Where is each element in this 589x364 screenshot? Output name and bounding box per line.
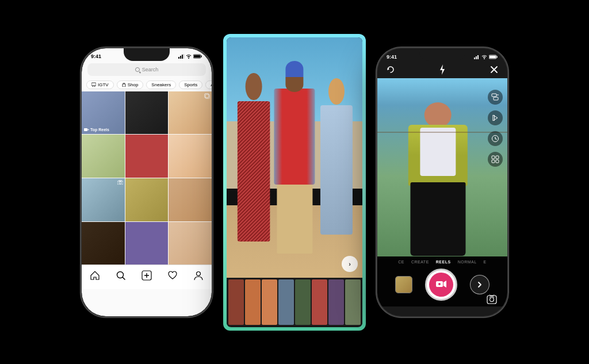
- thumb-6[interactable]: [312, 279, 327, 325]
- rotate-btn[interactable]: [384, 63, 397, 76]
- thumb-8[interactable]: [345, 279, 361, 325]
- camera-wifi-icon: [481, 55, 487, 59]
- add-icon: [141, 270, 152, 281]
- next-button[interactable]: ›: [342, 256, 358, 272]
- photo-grid: Top Reels: [82, 91, 212, 265]
- time-display: 9:41: [91, 53, 101, 59]
- mode-ce[interactable]: CE: [398, 260, 404, 264]
- shutter-button[interactable]: [425, 269, 457, 301]
- grid-cell-11[interactable]: [125, 222, 169, 265]
- notch: [124, 48, 170, 61]
- video-camera-icon: [84, 128, 89, 132]
- category-sports[interactable]: Sports: [179, 81, 202, 89]
- dancer-right: [318, 78, 355, 235]
- grid-cell-6[interactable]: [169, 135, 212, 178]
- countdown-btn[interactable]: [488, 131, 503, 146]
- svg-marker-35: [493, 115, 498, 121]
- reel-border-frame: ›: [223, 34, 366, 331]
- effects-btn[interactable]: [488, 152, 503, 167]
- category-shop[interactable]: Shop: [117, 81, 144, 89]
- close-btn[interactable]: [488, 63, 500, 76]
- svg-point-47: [490, 297, 494, 301]
- rotate-icon: [386, 65, 395, 74]
- search-nav-icon: [116, 270, 126, 281]
- grid-cell-7[interactable]: [82, 178, 125, 221]
- shutter-inner: [429, 273, 453, 297]
- mode-reels[interactable]: REELS: [436, 260, 451, 264]
- nav-search[interactable]: [115, 270, 127, 281]
- svg-marker-29: [388, 68, 389, 70]
- search-bar[interactable]: Search: [87, 63, 206, 76]
- thumb-4[interactable]: [278, 279, 294, 325]
- thumb-3[interactable]: [262, 279, 277, 325]
- phone-camera: 9:41: [376, 47, 508, 317]
- signal-icon: [178, 54, 184, 59]
- svg-rect-41: [496, 156, 499, 159]
- grid-cell-2[interactable]: [125, 91, 169, 135]
- grid-cell-4[interactable]: [82, 135, 125, 178]
- svg-rect-40: [492, 156, 495, 159]
- svg-rect-10: [84, 128, 87, 131]
- svg-marker-45: [443, 281, 446, 288]
- svg-rect-5: [194, 55, 200, 58]
- camera-badge: [204, 93, 210, 99]
- camera-preview: [377, 78, 507, 256]
- wifi-icon: [186, 54, 192, 59]
- camera-next-btn[interactable]: [470, 275, 489, 294]
- mode-e[interactable]: E: [484, 260, 487, 264]
- nav-profile[interactable]: [193, 270, 204, 281]
- reel-video-area: [227, 37, 362, 278]
- svg-rect-3: [183, 54, 184, 59]
- gallery-thumb[interactable]: [395, 276, 412, 293]
- svg-rect-12: [205, 94, 209, 98]
- svg-rect-23: [474, 58, 475, 59]
- speed-btn[interactable]: [488, 110, 503, 125]
- svg-point-15: [119, 182, 121, 184]
- grid-cell-3[interactable]: [169, 91, 212, 135]
- home-icon: [90, 270, 100, 281]
- grid-cell-1[interactable]: Top Reels: [82, 91, 125, 135]
- svg-rect-43: [496, 160, 499, 163]
- svg-point-46: [438, 283, 441, 285]
- timer-btn[interactable]: [488, 90, 503, 105]
- grid-cell-9[interactable]: [169, 178, 212, 221]
- igtv-label: IGTV: [98, 82, 109, 87]
- category-architec[interactable]: Architec…: [205, 81, 212, 89]
- thumb-5[interactable]: [295, 279, 311, 325]
- thumb-2[interactable]: [245, 279, 261, 325]
- thumb-7[interactable]: [328, 279, 344, 325]
- flip-camera-btn[interactable]: [484, 292, 499, 307]
- camera-icon: [117, 180, 123, 185]
- category-igtv[interactable]: IGTV: [86, 81, 114, 89]
- speed-icon: [491, 114, 499, 122]
- nav-home[interactable]: [89, 270, 101, 281]
- grid-cell-8[interactable]: [125, 178, 169, 221]
- svg-rect-9: [123, 84, 125, 87]
- heart-icon: [167, 270, 178, 281]
- nav-heart[interactable]: [167, 270, 178, 281]
- multi-photo-icon: [204, 93, 210, 99]
- mode-create[interactable]: CREATE: [411, 260, 429, 264]
- search-icon: [135, 67, 140, 72]
- camera-notch: [419, 48, 465, 61]
- person-preview: [396, 96, 480, 256]
- dancer-left: [234, 73, 274, 242]
- svg-marker-11: [88, 129, 90, 131]
- reel-thumbnails: [227, 278, 362, 327]
- reel-content: ›: [227, 37, 362, 327]
- flash-btn[interactable]: [436, 63, 449, 76]
- camera-top-controls: [377, 61, 507, 78]
- mode-normal[interactable]: NORMAL: [458, 260, 477, 264]
- category-sneakers[interactable]: Sneakers: [146, 81, 176, 89]
- thumb-1[interactable]: [228, 279, 244, 325]
- camera-time: 9:41: [387, 54, 397, 60]
- svg-point-26: [484, 58, 485, 59]
- svg-rect-6: [91, 83, 96, 86]
- nav-add[interactable]: [141, 270, 152, 281]
- camera-screen: 9:41: [377, 48, 507, 316]
- status-icons: [178, 54, 202, 59]
- grid-cell-10[interactable]: [82, 222, 125, 265]
- grid-cell-12[interactable]: [169, 222, 212, 265]
- side-tools: [488, 90, 503, 167]
- grid-cell-5[interactable]: [125, 135, 169, 178]
